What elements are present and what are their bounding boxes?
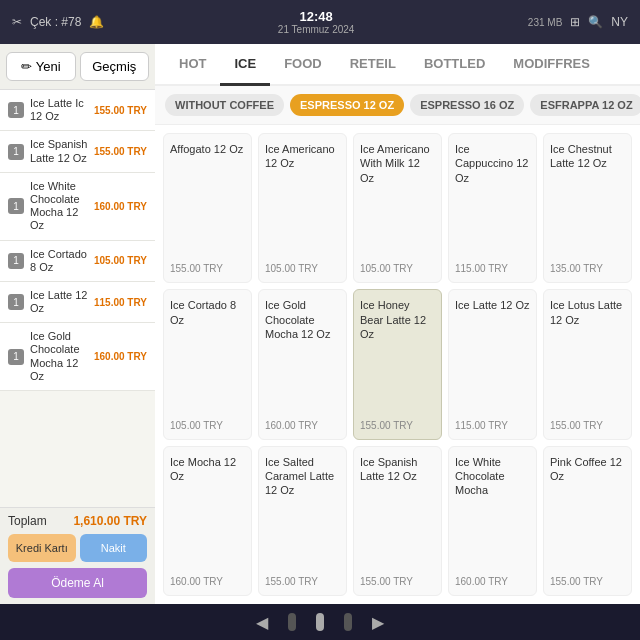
category-tab-hot[interactable]: HOT (165, 44, 220, 86)
history-button[interactable]: Geçmiş (80, 52, 150, 81)
product-card-6[interactable]: Ice Gold Chocolate Mocha 12 Oz 160.00 TR… (258, 289, 347, 439)
product-price: 155.00 TRY (170, 263, 245, 274)
credit-card-label: Kredi Kartı (16, 542, 68, 554)
top-bar-left: ✂ Çek : #78 🔔 (12, 15, 104, 29)
product-price: 105.00 TRY (170, 420, 245, 431)
nav-dot-1[interactable] (288, 613, 296, 631)
product-price: 155.00 TRY (550, 576, 625, 587)
current-date: 21 Temmuz 2024 (278, 24, 355, 35)
sidebar-total: Toplam 1,610.00 TRY (8, 514, 147, 528)
item-price: 155.00 TRY (94, 146, 147, 157)
sub-tabs: WITHOUT COFFEEESPRESSO 12 OZESPRESSO 16 … (155, 86, 640, 125)
sidebar-footer: Toplam 1,610.00 TRY Kredi Kartı Nakit Öd… (0, 507, 155, 604)
nav-dot-2[interactable] (316, 613, 324, 631)
item-price: 160.00 TRY (94, 351, 147, 362)
product-name: Ice Cappuccino 12 Oz (455, 142, 530, 259)
cash-button[interactable]: Nakit (80, 534, 148, 562)
content-area: HOTICEFOODRETEILBOTTLEDMODIFFRES WITHOUT… (155, 44, 640, 604)
item-name: Ice Spanish Latte 12 Oz (30, 138, 94, 164)
category-tabs: HOTICEFOODRETEILBOTTLEDMODIFFRES (155, 44, 640, 86)
sub-tab-espresso_16oz[interactable]: ESPRESSO 16 OZ (410, 94, 524, 116)
nav-dot-3[interactable] (344, 613, 352, 631)
item-num: 1 (8, 294, 24, 310)
sub-tab-esfrappa_12oz[interactable]: ESFRAPPA 12 OZ (530, 94, 640, 116)
product-card-10[interactable]: Ice Mocha 12 Oz 160.00 TRY (163, 446, 252, 596)
product-card-0[interactable]: Affogato 12 Oz 155.00 TRY (163, 133, 252, 283)
grid-icon[interactable]: ⊞ (570, 15, 580, 29)
product-name: Ice Americano 12 Oz (265, 142, 340, 259)
item-name: Ice Latte 12 Oz (30, 289, 94, 315)
sub-tab-without_coffee[interactable]: WITHOUT COFFEE (165, 94, 284, 116)
product-card-8[interactable]: Ice Latte 12 Oz 115.00 TRY (448, 289, 537, 439)
product-price: 155.00 TRY (360, 420, 435, 431)
bell-icon: 🔔 (89, 15, 104, 29)
product-card-11[interactable]: Ice Salted Caramel Latte 12 Oz 155.00 TR… (258, 446, 347, 596)
item-name: Ice White Chocolate Mocha 12 Oz (30, 180, 94, 233)
sidebar: ✏ Yeni Geçmiş 1 Ice Latte Ic 12 Oz 155.0… (0, 44, 155, 604)
product-card-9[interactable]: Ice Lotus Latte 12 Oz 155.00 TRY (543, 289, 632, 439)
history-label: Geçmiş (92, 59, 136, 74)
sidebar-item-3[interactable]: 1 Ice Cortado 8 Oz 105.00 TRY (0, 241, 155, 282)
credit-card-button[interactable]: Kredi Kartı (8, 534, 76, 562)
category-tab-food[interactable]: FOOD (270, 44, 336, 86)
product-name: Ice Mocha 12 Oz (170, 455, 245, 572)
product-card-12[interactable]: Ice Spanish Latte 12 Oz 155.00 TRY (353, 446, 442, 596)
product-price: 160.00 TRY (265, 420, 340, 431)
product-name: Ice Spanish Latte 12 Oz (360, 455, 435, 572)
storage-label: 231 MB (528, 17, 562, 28)
product-card-14[interactable]: Pink Coffee 12 Oz 155.00 TRY (543, 446, 632, 596)
check-label: Çek : #78 (30, 15, 81, 29)
search-icon[interactable]: 🔍 (588, 15, 603, 29)
sidebar-item-4[interactable]: 1 Ice Latte 12 Oz 115.00 TRY (0, 282, 155, 323)
edit-icon: ✏ (21, 59, 32, 74)
sidebar-item-5[interactable]: 1 Ice Gold Chocolate Mocha 12 Oz 160.00 … (0, 323, 155, 391)
item-name: Ice Latte Ic 12 Oz (30, 97, 94, 123)
product-price: 155.00 TRY (550, 420, 625, 431)
product-price: 155.00 TRY (360, 576, 435, 587)
product-price: 160.00 TRY (455, 576, 530, 587)
product-name: Affogato 12 Oz (170, 142, 245, 259)
product-card-2[interactable]: Ice Americano With Milk 12 Oz 105.00 TRY (353, 133, 442, 283)
nav-right-arrow[interactable]: ▶ (372, 613, 384, 632)
product-card-4[interactable]: Ice Chestnut Latte 12 Oz 135.00 TRY (543, 133, 632, 283)
category-tab-bottled[interactable]: BOTTLED (410, 44, 499, 86)
product-card-13[interactable]: Ice White Chocolate Mocha 160.00 TRY (448, 446, 537, 596)
product-name: Ice Americano With Milk 12 Oz (360, 142, 435, 259)
item-num: 1 (8, 349, 24, 365)
product-price: 135.00 TRY (550, 263, 625, 274)
item-num: 1 (8, 198, 24, 214)
category-tab-ice[interactable]: ICE (220, 44, 270, 86)
nav-left-arrow[interactable]: ◀ (256, 613, 268, 632)
product-name: Ice White Chocolate Mocha (455, 455, 530, 572)
bottom-nav: ◀ ▶ (0, 604, 640, 640)
sub-tab-espresso_12oz[interactable]: ESPRESSO 12 OZ (290, 94, 404, 116)
item-price: 105.00 TRY (94, 255, 147, 266)
sidebar-item-2[interactable]: 1 Ice White Chocolate Mocha 12 Oz 160.00… (0, 173, 155, 241)
product-name: Ice Gold Chocolate Mocha 12 Oz (265, 298, 340, 415)
payment-label: Ödeme Al (51, 576, 104, 590)
category-tab-reteil[interactable]: RETEIL (336, 44, 410, 86)
top-bar-right: 231 MB ⊞ 🔍 NY (528, 15, 628, 29)
product-card-3[interactable]: Ice Cappuccino 12 Oz 115.00 TRY (448, 133, 537, 283)
sidebar-item-1[interactable]: 1 Ice Spanish Latte 12 Oz 155.00 TRY (0, 131, 155, 172)
product-card-1[interactable]: Ice Americano 12 Oz 105.00 TRY (258, 133, 347, 283)
new-order-label: Yeni (36, 59, 61, 74)
new-order-button[interactable]: ✏ Yeni (6, 52, 76, 81)
user-icon: NY (611, 15, 628, 29)
product-name: Pink Coffee 12 Oz (550, 455, 625, 572)
check-icon: ✂ (12, 15, 22, 29)
cash-label: Nakit (101, 542, 126, 554)
product-price: 105.00 TRY (265, 263, 340, 274)
product-card-7[interactable]: Ice Honey Bear Latte 12 Oz 155.00 TRY (353, 289, 442, 439)
product-name: Ice Cortado 8 Oz (170, 298, 245, 415)
sidebar-header: ✏ Yeni Geçmiş (0, 44, 155, 90)
top-bar: ✂ Çek : #78 🔔 12:48 21 Temmuz 2024 231 M… (0, 0, 640, 44)
current-time: 12:48 (299, 9, 332, 24)
sidebar-item-0[interactable]: 1 Ice Latte Ic 12 Oz 155.00 TRY (0, 90, 155, 131)
payment-button[interactable]: Ödeme Al (8, 568, 147, 598)
category-tab-modiffres[interactable]: MODIFFRES (499, 44, 604, 86)
product-name: Ice Salted Caramel Latte 12 Oz (265, 455, 340, 572)
product-card-5[interactable]: Ice Cortado 8 Oz 105.00 TRY (163, 289, 252, 439)
product-price: 105.00 TRY (360, 263, 435, 274)
item-num: 1 (8, 253, 24, 269)
